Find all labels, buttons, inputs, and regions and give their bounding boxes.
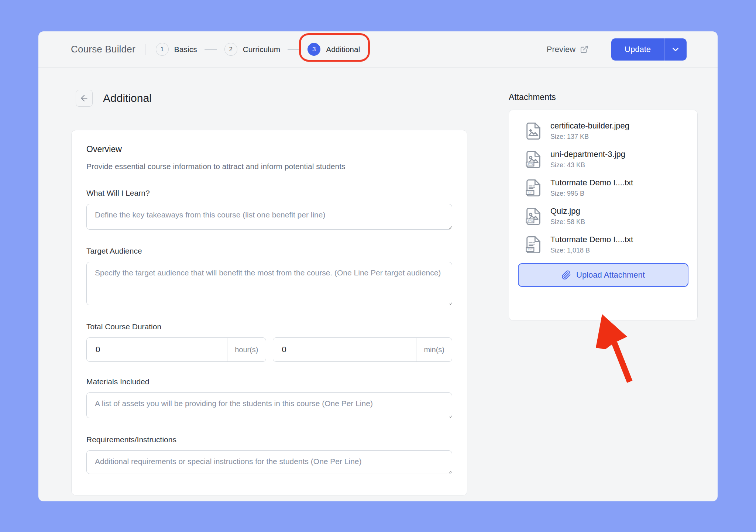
svg-text:JPG: JPG	[527, 162, 533, 166]
update-button[interactable]: Update	[611, 38, 664, 61]
image-file-icon	[524, 121, 543, 141]
step-basics-number: 1	[156, 43, 169, 56]
stepper: 1 Basics 2 Curriculum 3 Additional	[156, 43, 360, 56]
step-additional-label: Additional	[326, 45, 360, 54]
external-link-icon	[580, 45, 588, 54]
attachment-row[interactable]: certificate-builder.jpeg Size: 137 KB	[518, 121, 688, 141]
attachment-size: Size: 58 KB	[550, 218, 585, 226]
attachment-name: Tutormate Demo I....txt	[550, 178, 633, 188]
preview-label: Preview	[547, 45, 575, 54]
learn-label: What Will I Learn?	[86, 189, 452, 198]
svg-text:TXT: TXT	[528, 248, 533, 251]
attachment-name: Tutormate Demo I....txt	[550, 235, 633, 244]
requirements-label: Requirements/Instructions	[86, 435, 452, 444]
arrow-left-icon	[79, 93, 89, 103]
materials-label: Materials Included	[86, 377, 452, 386]
header: Course Builder 1 Basics 2 Curriculum 3 A…	[38, 31, 718, 68]
header-divider	[145, 44, 145, 55]
step-basics-label: Basics	[174, 45, 197, 54]
text-file-icon: TXT	[524, 178, 543, 198]
step-curriculum-number: 2	[224, 43, 237, 56]
step-connector	[205, 49, 217, 50]
attachment-row[interactable]: TXT Tutormate Demo I....txt Size: 995 B	[518, 178, 688, 198]
hours-suffix: hour(s)	[227, 338, 265, 361]
step-curriculum-label: Curriculum	[243, 45, 281, 54]
image-file-icon: JPG	[524, 207, 543, 226]
hours-input[interactable]	[87, 338, 227, 361]
update-split-button: Update	[611, 38, 687, 61]
back-button[interactable]	[76, 90, 93, 107]
requirements-textarea[interactable]	[86, 450, 452, 474]
step-connector	[288, 49, 300, 50]
text-file-icon: TXT	[524, 235, 543, 254]
step-additional[interactable]: 3 Additional	[307, 43, 360, 56]
attachment-row[interactable]: TXT Tutormate Demo I....txt Size: 1,018 …	[518, 235, 688, 254]
attachment-size: Size: 137 KB	[550, 133, 629, 141]
step-curriculum[interactable]: 2 Curriculum	[224, 43, 281, 56]
page-title: Additional	[103, 92, 152, 104]
attachment-row[interactable]: JPG Quiz.jpg Size: 58 KB	[518, 206, 688, 226]
course-builder-window: Course Builder 1 Basics 2 Curriculum 3 A…	[38, 31, 718, 501]
audience-label: Target Audience	[86, 247, 452, 255]
minutes-input-group: min(s)	[273, 337, 453, 362]
overview-title: Overview	[86, 144, 452, 154]
svg-text:TXT: TXT	[528, 191, 533, 194]
materials-textarea[interactable]	[86, 392, 452, 418]
chevron-down-icon	[671, 45, 680, 54]
preview-link[interactable]: Preview	[547, 45, 588, 54]
duration-row: hour(s) min(s)	[86, 337, 452, 362]
overview-card: Overview Provide essential course inform…	[71, 130, 467, 495]
hours-input-group: hour(s)	[86, 337, 266, 362]
attachment-size: Size: 995 B	[550, 190, 633, 198]
paperclip-icon	[561, 270, 571, 280]
attachment-name: Quiz.jpg	[550, 206, 585, 216]
attachment-name: uni-department-3.jpg	[550, 150, 625, 159]
overview-subtitle: Provide essential course information to …	[86, 162, 452, 171]
minutes-input[interactable]	[273, 338, 416, 361]
learn-textarea[interactable]	[86, 204, 452, 230]
attachment-size: Size: 43 KB	[550, 161, 625, 169]
attachment-row[interactable]: JPG uni-department-3.jpg Size: 43 KB	[518, 150, 688, 169]
update-dropdown-button[interactable]	[664, 38, 687, 61]
screen: Course Builder 1 Basics 2 Curriculum 3 A…	[0, 0, 756, 532]
upload-attachment-button[interactable]: Upload Attachment	[518, 263, 688, 287]
step-basics[interactable]: 1 Basics	[156, 43, 197, 56]
minutes-suffix: min(s)	[416, 338, 452, 361]
attachments-title: Attachments	[509, 92, 556, 102]
image-file-icon: JPG	[524, 150, 543, 169]
attachment-name: certificate-builder.jpeg	[550, 121, 629, 131]
app-title: Course Builder	[71, 44, 135, 55]
upload-attachment-label: Upload Attachment	[576, 270, 645, 280]
duration-label: Total Course Duration	[86, 322, 452, 331]
svg-text:JPG: JPG	[527, 219, 533, 223]
attachment-size: Size: 1,018 B	[550, 247, 633, 254]
attachments-card: certificate-builder.jpeg Size: 137 KB JP…	[509, 110, 698, 321]
content-divider	[491, 68, 491, 501]
audience-textarea[interactable]	[86, 262, 452, 305]
step-additional-number: 3	[307, 43, 320, 56]
